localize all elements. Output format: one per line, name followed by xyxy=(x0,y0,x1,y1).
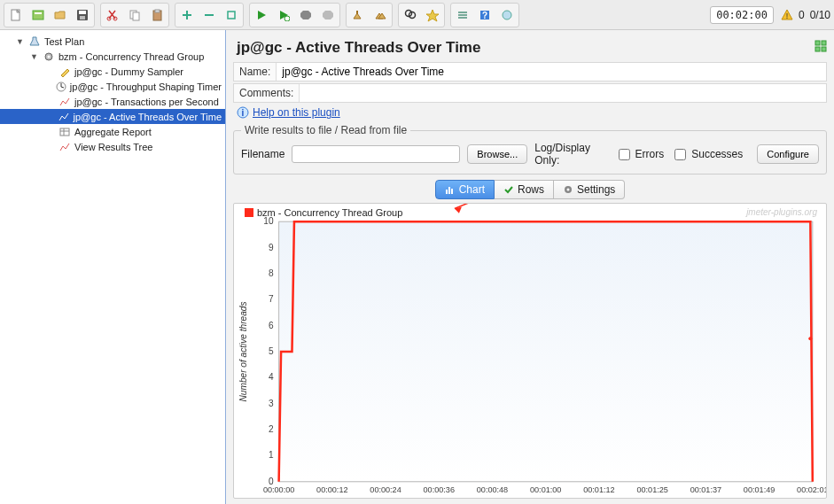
svg-rect-88 xyxy=(279,221,813,482)
elapsed-timer: 00:02:00 xyxy=(710,6,774,24)
comments-label: Comments: xyxy=(234,87,299,99)
svg-line-91 xyxy=(455,204,674,209)
view-tabs: Chart Rows Settings xyxy=(233,180,827,199)
svg-text:00:00:36: 00:00:36 xyxy=(424,485,455,494)
svg-text:10: 10 xyxy=(263,216,274,226)
svg-rect-5 xyxy=(80,16,85,19)
svg-rect-11 xyxy=(155,10,160,12)
open-icon[interactable] xyxy=(50,4,71,26)
warning-icon: ! xyxy=(781,9,793,21)
file-fieldset: Write results to file / Read from file F… xyxy=(233,124,827,174)
help-link[interactable]: Help on this plugin xyxy=(253,106,340,119)
svg-text:00:01:25: 00:01:25 xyxy=(636,485,667,494)
chart-tab-icon xyxy=(445,184,456,195)
svg-point-92 xyxy=(808,337,812,340)
svg-text:2: 2 xyxy=(269,424,274,434)
cut-icon[interactable] xyxy=(102,4,123,26)
new-file-icon[interactable] xyxy=(5,4,27,26)
tree-item-tps[interactable]: jp@gc - Transactions per Second xyxy=(0,94,225,109)
errors-checkbox[interactable] xyxy=(619,149,630,160)
svg-text:00:00:00: 00:00:00 xyxy=(263,485,294,494)
expand-icon[interactable] xyxy=(176,4,198,26)
graph-icon xyxy=(58,96,71,108)
options-toolbar-icon[interactable] xyxy=(496,4,518,26)
svg-text:00:00:12: 00:00:12 xyxy=(316,485,347,494)
table-icon xyxy=(58,126,71,138)
svg-text:00:01:00: 00:01:00 xyxy=(530,485,561,494)
chart-svg: 01234567891000:00:0000:00:1200:00:2400:0… xyxy=(234,204,826,499)
chart-area: bzm - Concurrency Thread Group jmeter-pl… xyxy=(233,203,827,499)
name-input[interactable] xyxy=(276,63,826,81)
check-icon xyxy=(503,184,514,195)
shutdown-icon[interactable] xyxy=(317,4,339,26)
run-icon[interactable] xyxy=(251,4,272,26)
svg-text:5: 5 xyxy=(269,346,274,356)
search-icon[interactable] xyxy=(400,4,421,26)
svg-text:00:01:49: 00:01:49 xyxy=(744,485,775,494)
svg-rect-39 xyxy=(446,190,448,194)
svg-text:00:00:48: 00:00:48 xyxy=(477,485,508,494)
disclosure-triangle-icon[interactable]: ▼ xyxy=(30,52,39,61)
reset-search-icon[interactable] xyxy=(422,4,443,26)
file-legend: Write results to file / Read from file xyxy=(241,124,410,136)
tab-settings[interactable]: Settings xyxy=(554,180,625,199)
main-toolbar: ? 00:02:00 ! 0 0/10 xyxy=(0,0,834,30)
svg-rect-40 xyxy=(448,187,450,194)
svg-point-16 xyxy=(284,16,290,21)
svg-text:i: i xyxy=(242,108,245,118)
gear-icon xyxy=(43,50,55,63)
svg-text:!: ! xyxy=(786,12,789,20)
run-notimers-icon[interactable] xyxy=(273,4,294,26)
svg-text:7: 7 xyxy=(269,294,274,304)
disclosure-triangle-icon[interactable]: ▼ xyxy=(16,37,25,46)
svg-point-25 xyxy=(503,11,511,19)
svg-rect-17 xyxy=(356,11,358,14)
templates-icon[interactable] xyxy=(27,4,49,26)
function-helper-icon[interactable] xyxy=(452,4,473,26)
successes-checkbox[interactable] xyxy=(674,149,686,160)
test-plan-tree[interactable]: ▼ Test Plan ▼ bzm - Concurrency Thread G… xyxy=(0,30,226,504)
stop-icon[interactable] xyxy=(295,4,316,26)
paste-icon[interactable] xyxy=(146,4,168,26)
svg-text:6: 6 xyxy=(269,321,274,330)
tree-root[interactable]: ▼ Test Plan xyxy=(0,34,225,49)
gear-icon xyxy=(563,184,573,195)
toggle-icon[interactable] xyxy=(221,4,242,26)
help-toolbar-icon[interactable]: ? xyxy=(474,4,495,26)
svg-rect-33 xyxy=(815,41,820,45)
svg-text:9: 9 xyxy=(269,243,274,252)
tree-item-dummy-sampler[interactable]: jp@gc - Dummy Sampler xyxy=(0,64,225,79)
svg-text:00:02:01: 00:02:01 xyxy=(797,485,826,494)
tab-rows[interactable]: Rows xyxy=(495,180,554,199)
svg-text:3: 3 xyxy=(269,399,274,408)
svg-rect-20 xyxy=(458,12,467,13)
clear-icon[interactable] xyxy=(347,4,369,26)
svg-rect-9 xyxy=(133,12,139,20)
tree-item-aggregate[interactable]: Aggregate Report xyxy=(0,124,225,139)
info-icon: i xyxy=(237,106,249,119)
save-icon[interactable] xyxy=(72,4,93,26)
clear-all-icon[interactable] xyxy=(370,4,391,26)
svg-text:00:01:12: 00:01:12 xyxy=(583,485,614,494)
configure-button[interactable]: Configure xyxy=(757,144,819,164)
tree-item-active-threads[interactable]: jp@gc - Active Threads Over Time xyxy=(0,109,225,124)
tree-thread-group[interactable]: ▼ bzm - Concurrency Thread Group xyxy=(0,49,225,64)
listener-panel: jp@gc - Active Threads Over Time Name: C… xyxy=(226,30,834,504)
expand-panel-icon[interactable] xyxy=(815,39,827,57)
svg-text:?: ? xyxy=(482,11,487,20)
copy-icon[interactable] xyxy=(124,4,145,26)
svg-text:00:01:37: 00:01:37 xyxy=(690,485,721,494)
svg-rect-15 xyxy=(228,12,235,19)
filename-input[interactable] xyxy=(292,145,460,163)
svg-rect-1 xyxy=(33,11,43,19)
svg-rect-34 xyxy=(822,41,826,45)
tab-chart[interactable]: Chart xyxy=(435,180,495,199)
comments-input[interactable] xyxy=(299,84,826,102)
browse-button[interactable]: Browse... xyxy=(467,144,527,164)
graph-icon xyxy=(58,111,69,123)
tree-item-throughput-timer[interactable]: jp@gc - Throughput Shaping Timer xyxy=(0,79,225,94)
svg-point-28 xyxy=(48,55,51,58)
collapse-icon[interactable] xyxy=(199,4,220,26)
tree-item-results-tree[interactable]: View Results Tree xyxy=(0,139,225,154)
panel-title: jp@gc - Active Threads Over Time xyxy=(237,39,480,57)
